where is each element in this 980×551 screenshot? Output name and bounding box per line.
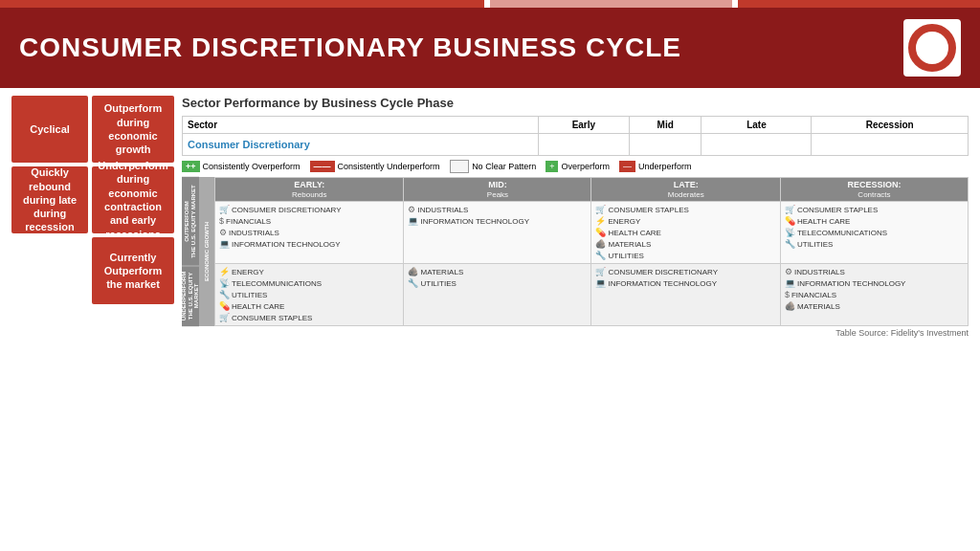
underperform-sectors-row: ⚡ENERGY 📡TELECOMMUNICATIONS 🔧UTILITIES 💊… — [215, 264, 969, 326]
cd-mid-rating — [629, 134, 702, 156]
bottom-box-row: Currently Outperform the market — [11, 237, 174, 304]
consumer-disc-icon: 🛒 — [219, 205, 230, 214]
list-item: ⚙INDUSTRIALS — [785, 266, 964, 277]
side-label-column: OUTPERFORMTHE U.S. EQUITY MARKET UNDERPE… — [182, 177, 199, 326]
currently-box: Currently Outperform the market — [92, 237, 174, 304]
page-title: CONSUMER DISCRETIONARY BUSINESS CYCLE — [19, 33, 681, 63]
recession-header: RECESSION:Contracts — [780, 178, 968, 202]
materials-icon: 🪨 — [595, 239, 606, 249]
col-early: Early — [538, 117, 629, 134]
list-item: 💻INFORMATION TECHNOLOGY — [785, 277, 964, 289]
early-underperform-cell: ⚡ENERGY 📡TELECOMMUNICATIONS 🔧UTILITIES 💊… — [215, 264, 404, 326]
cyclical-box: Cyclical — [11, 96, 88, 163]
ohio-o-letter — [908, 24, 956, 72]
telecom-rec-icon: 📡 — [785, 228, 795, 237]
list-item: 🔧UTILITIES — [219, 289, 399, 300]
list-item: 🛒CONSUMER DISCRETIONARY — [595, 266, 775, 277]
outperform-side-label: OUTPERFORMTHE U.S. EQUITY MARKET — [182, 177, 199, 266]
legend-uu-icon: —— — [310, 161, 335, 172]
cd-name: Consumer Discretionary — [183, 134, 539, 156]
legend-consistently-underperform: —— Consistently Underperform — [310, 161, 440, 172]
top-decorative-bar — [0, 0, 980, 8]
energy-icon: ⚡ — [595, 216, 606, 226]
late-header: LATE:Moderates — [591, 178, 780, 202]
infotech2-icon: 💻 — [408, 216, 418, 226]
legend-u-icon: — — [619, 161, 635, 172]
util-u-icon: 🔧 — [219, 290, 230, 299]
outperform-sectors-row: 🛒CONSUMER DISCRETIONARY $FINANCIALS ⚙IND… — [215, 202, 969, 264]
cd-recession-rating — [812, 134, 969, 156]
list-item: ⚡ENERGY — [595, 215, 775, 227]
mat-u-icon: 🪨 — [408, 267, 418, 276]
col-mid: Mid — [629, 117, 702, 134]
left-label-boxes: Cyclical Outperform during economic grow… — [11, 96, 174, 528]
legend-underperform: — Underperform — [619, 161, 692, 172]
mid-box-row: Quickly rebound during late during reces… — [11, 166, 174, 233]
cd-performance-row: Consumer Discretionary ++ — — — [183, 134, 969, 156]
list-item: $FINANCIALS — [219, 215, 399, 227]
col-recession: Recession — [812, 117, 969, 134]
industrials-icon: ⚙ — [219, 228, 227, 237]
mat-rec-u-icon: 🪨 — [785, 301, 795, 311]
list-item: 💻INFORMATION TECHNOLOGY — [219, 238, 399, 250]
legend-label4: Overperform — [561, 162, 610, 171]
list-item: 🔧UTILITIES — [785, 238, 964, 250]
recession-outperform-cell: 🛒CONSUMER STAPLES 💊HEALTH CARE 📡TELECOMM… — [780, 202, 968, 264]
industrials2-icon: ⚙ — [408, 205, 415, 214]
list-item: 💊HEALTH CARE — [219, 300, 399, 312]
list-item: 🪨MATERIALS — [595, 238, 775, 250]
list-item: 🛒CONSUMER DISCRETIONARY — [219, 204, 399, 215]
column-headers: Sector Early Mid Late Recession — [183, 117, 969, 134]
recession-underperform-cell: ⚙INDUSTRIALS 💻INFORMATION TECHNOLOGY $FI… — [780, 264, 968, 326]
list-item: 📡TELECOMMUNICATIONS — [219, 277, 399, 289]
list-item: ⚙INDUSTRIALS — [219, 227, 399, 238]
cd-late-u-icon: 🛒 — [595, 267, 606, 276]
telecom-u-icon: 📡 — [219, 278, 230, 288]
health-care-icon: 💊 — [595, 228, 606, 237]
table-area: Sector Performance by Business Cycle Pha… — [182, 96, 969, 528]
list-item: 🪨MATERIALS — [785, 300, 964, 312]
legend-label3: No Clear Pattern — [472, 162, 536, 171]
data-table-wrapper: OUTPERFORMTHE U.S. EQUITY MARKET UNDERPE… — [182, 177, 969, 326]
table-title: Sector Performance by Business Cycle Pha… — [182, 96, 969, 110]
underperform-side-label: UNDERPERFORMTHE U.S. EQUITY MARKET — [182, 266, 199, 326]
early-header: EARLY:Rebounds — [215, 178, 404, 202]
top-box-row: Cyclical Outperform during economic grow… — [11, 96, 174, 163]
list-item: 🛒CONSUMER STAPLES — [785, 204, 964, 215]
it-rec-u-icon: 💻 — [785, 278, 795, 288]
source-text: Table Source: Fidelity's Investment — [182, 328, 969, 338]
main-content: Cyclical Outperform during economic grow… — [0, 88, 980, 536]
phases-header-row: EARLY:Rebounds MID:Peaks LATE:Moderates … — [215, 178, 969, 202]
legend-consistently-overperform: ++ Consistently Overperform — [182, 161, 301, 172]
list-item: ⚡ENERGY — [219, 266, 399, 277]
ohio-logo — [903, 19, 961, 77]
mid-header: MID:Peaks — [404, 178, 591, 202]
consumer-staples-icon: 🛒 — [595, 205, 606, 214]
list-item: 📡TELECOMMUNICATIONS — [785, 227, 964, 238]
utilities-icon: 🔧 — [595, 251, 606, 260]
hc-rec-icon: 💊 — [785, 216, 795, 226]
rebound-box: Quickly rebound during late during reces… — [11, 166, 88, 233]
cd-early-rating: ++ — [538, 134, 629, 156]
list-item: ⚙INDUSTRIALS — [408, 204, 587, 215]
util-rec-icon: 🔧 — [785, 239, 795, 249]
page-header: CONSUMER DISCRETIONARY BUSINESS CYCLE — [0, 8, 980, 88]
list-item: 🛒CONSUMER STAPLES — [595, 204, 775, 215]
fin-rec-u-icon: $ — [785, 290, 790, 299]
energy-u-icon: ⚡ — [219, 267, 230, 276]
util-mid-u-icon: 🔧 — [408, 278, 418, 288]
col-sector: Sector — [183, 117, 539, 134]
legend-empty-icon — [450, 160, 470, 173]
ind-rec-u-icon: ⚙ — [785, 267, 792, 276]
economic-growth-label-col: ECONOMIC GROWTH — [199, 177, 214, 326]
mid-underperform-cell: 🪨MATERIALS 🔧UTILITIES — [404, 264, 591, 326]
col-late: Late — [702, 117, 812, 134]
list-item: 🛒CONSUMER STAPLES — [219, 312, 399, 323]
underperform-box: Underperform during economic contraction… — [92, 166, 174, 233]
legend-p-icon: + — [546, 161, 558, 172]
outperform-growth-box: Outperform during economic growth — [92, 96, 174, 163]
sector-performance-table: Sector Early Mid Late Recession Consumer… — [182, 116, 969, 156]
legend-overperform: + Overperform — [546, 161, 610, 172]
list-item: 💻INFORMATION TECHNOLOGY — [595, 277, 775, 289]
financials-icon: $ — [219, 216, 224, 226]
